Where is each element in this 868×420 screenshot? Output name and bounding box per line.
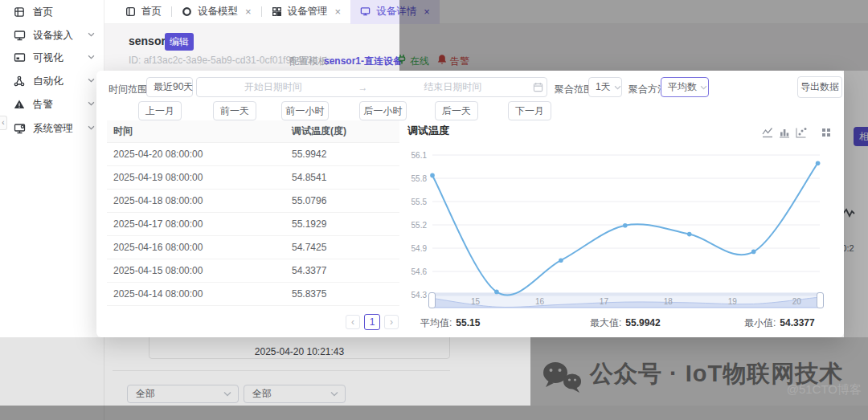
cell-time: 2025-04-17 08:00:00 (107, 218, 292, 230)
table-row[interactable]: 2025-04-18 08:00:0055.0796 (107, 190, 399, 213)
divider (113, 370, 450, 371)
background-filter-1[interactable]: 全部 (127, 385, 239, 403)
online-plug-icon (396, 54, 407, 65)
start-date-placeholder[interactable]: 开始日期时间 (197, 80, 350, 94)
partial-purple-button[interactable]: 相 (854, 127, 868, 146)
next-day-button[interactable]: 后一天 (435, 101, 478, 120)
svg-text:20: 20 (792, 297, 802, 306)
app-window: 首页设备接入可视化自动化告警系统管理 ‹ 首页设备模型×设备管理×设备详情× s… (0, 0, 868, 420)
svg-text:18: 18 (664, 297, 674, 306)
next-month-button[interactable]: 下一月 (508, 101, 551, 120)
alarm-bell-icon (436, 54, 448, 65)
export-data-button[interactable]: 导出数据 (797, 76, 842, 98)
device-manage-icon (272, 6, 282, 17)
sidebar-item-label: 自动化 (33, 75, 63, 88)
tab-label: 首页 (141, 5, 162, 18)
sidebar-item-label: 设备接入 (33, 29, 73, 43)
chevron-down-icon (88, 55, 95, 59)
cell-temperature: 54.3377 (292, 265, 399, 276)
prev-day-button[interactable]: 前一天 (213, 101, 256, 120)
background-filter-2[interactable]: 全部 (244, 385, 346, 403)
tab-device-detail[interactable]: 设备详情× (350, 0, 440, 24)
svg-text:16: 16 (535, 297, 545, 306)
page-current-button[interactable]: 1 (364, 314, 380, 330)
svg-text:56.1: 56.1 (411, 151, 428, 160)
prev-month-button[interactable]: 上一月 (138, 101, 182, 120)
tab-home[interactable]: 首页 (116, 0, 171, 24)
min-stat: 最小值:54.3377 (744, 316, 815, 330)
tab-device-manage[interactable]: 设备管理× (262, 0, 351, 24)
cell-temperature: 55.9942 (292, 149, 399, 160)
table-row[interactable]: 2025-04-14 08:00:0055.8375 (107, 283, 399, 306)
tab-label: 设备模型 (198, 5, 238, 18)
page-next-button[interactable]: › (384, 315, 399, 329)
max-stat: 最大值:55.9942 (590, 316, 661, 330)
column-header-temperature: 调试温度(度) (292, 124, 399, 138)
sidebar-item-visualization[interactable]: 可视化 (0, 47, 104, 69)
watermark: 公众号 · IoT物联网技术 @51CTO博客 (530, 337, 868, 406)
sidebar: 首页设备接入可视化自动化告警系统管理 (0, 0, 104, 420)
chevron-down-icon (88, 125, 95, 130)
table-header: 时间调试温度(度) (107, 120, 399, 143)
sidebar-item-system[interactable]: 系统管理 (0, 117, 104, 140)
chevron-down-icon (611, 85, 621, 90)
sidebar-item-device-access[interactable]: 设备接入 (0, 24, 104, 47)
device-access-icon (14, 30, 26, 42)
avg-stat: 平均值:55.15 (420, 316, 480, 330)
cell-temperature: 55.8375 (292, 288, 399, 300)
cell-time: 2025-04-14 08:00:00 (107, 288, 292, 300)
edit-button[interactable]: 编辑 (165, 33, 194, 51)
watermark-credit: @51CTO博客 (787, 382, 862, 398)
table-row[interactable]: 2025-04-16 08:00:0054.7425 (107, 236, 399, 259)
sidebar-item-home[interactable]: 首页 (0, 1, 104, 23)
tab-label: 设备详情 (376, 5, 416, 18)
end-date-placeholder[interactable]: 结束日期时间 (377, 80, 530, 94)
range-arrow: → (350, 82, 377, 93)
time-range-label: 时间范围: (108, 83, 149, 96)
automation-icon (14, 75, 26, 88)
cell-temperature: 54.7425 (292, 242, 399, 253)
table-row[interactable]: 2025-04-15 08:00:0054.3377 (107, 259, 399, 283)
page-prev-button[interactable]: ‹ (346, 315, 360, 329)
cell-temperature: 55.1929 (292, 218, 399, 230)
sidebar-item-automation[interactable]: 自动化 (0, 70, 104, 92)
date-range-picker[interactable]: 开始日期时间 → 结束日期时间 (196, 77, 547, 97)
chevron-down-icon (88, 101, 95, 106)
sidebar-item-alarm[interactable]: 告警 (0, 93, 104, 116)
device-header: sensor1 编辑 ID: af13ac2c-3a9e-5ab9-cd31-0… (104, 24, 868, 71)
template-value[interactable]: sensor1-直连设备 (324, 55, 403, 68)
time-range-select[interactable]: 最近90天 (146, 77, 193, 97)
agg-method-select[interactable]: 平均数 (661, 77, 709, 97)
telemetry-timestamp: 2025-04-20 10:21:43 (255, 346, 344, 357)
cell-time: 2025-04-18 08:00:00 (107, 195, 292, 206)
chart-panel: 调试温度 56.155.855.555.254.954.654.31516171… (406, 120, 840, 307)
cell-time: 2025-04-15 08:00:00 (107, 265, 292, 276)
svg-text:55.8: 55.8 (411, 174, 428, 183)
agg-range-select[interactable]: 1天 (588, 77, 622, 97)
history-data-modal: 时间范围: 最近90天 开始日期时间 → 结束日期时间 聚合范围: 1天 聚合方… (96, 71, 844, 337)
alarm-status: 告警 (450, 55, 469, 68)
svg-text:54.3: 54.3 (411, 291, 428, 300)
temperature-line-chart[interactable]: 56.155.855.555.254.954.654.3151617181920 (406, 120, 840, 312)
table-row[interactable]: 2025-04-19 08:00:0054.8541 (107, 166, 399, 190)
close-icon[interactable]: × (424, 6, 430, 17)
table-row[interactable]: 2025-04-20 08:00:0055.9942 (107, 143, 399, 166)
tab-device-model[interactable]: 设备模型× (172, 0, 261, 24)
prev-hour-button[interactable]: 前一小时 (281, 101, 329, 120)
close-icon[interactable]: × (245, 6, 252, 17)
svg-text:54.9: 54.9 (411, 244, 428, 253)
table-row[interactable]: 2025-04-17 08:00:0055.1929 (107, 213, 399, 236)
sidebar-item-label: 首页 (33, 6, 53, 19)
visualization-icon (14, 52, 26, 64)
cell-temperature: 55.0796 (292, 195, 399, 206)
device-model-icon (182, 6, 192, 17)
tab-label: 设备管理 (288, 5, 328, 18)
svg-text:17: 17 (600, 297, 609, 306)
calendar-icon (529, 82, 547, 92)
close-icon[interactable]: × (335, 6, 342, 17)
sidebar-item-label: 系统管理 (33, 122, 73, 136)
waveform-icon (842, 207, 855, 218)
next-hour-button[interactable]: 后一小时 (359, 101, 407, 120)
sidebar-collapse-icon[interactable]: ‹ (0, 116, 7, 130)
dim-overlay-right (844, 71, 868, 337)
